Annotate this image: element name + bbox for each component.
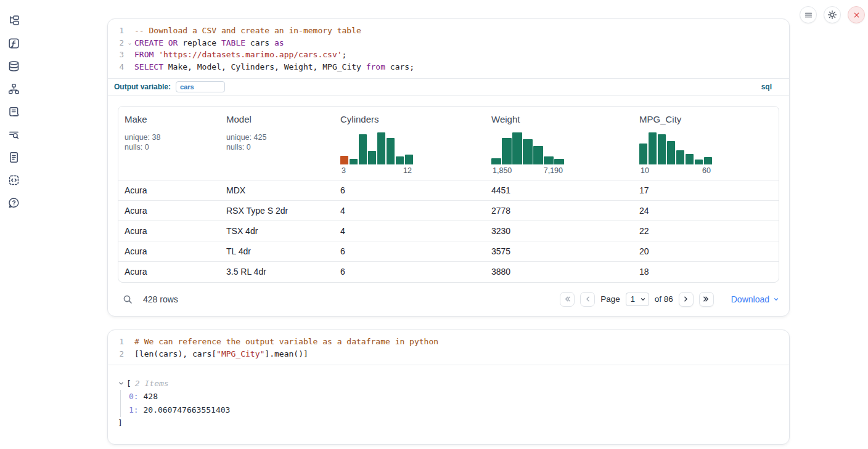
table-cell: 24 <box>633 206 779 216</box>
code-text: # We can reference the output variable a… <box>133 336 438 348</box>
chevron-down-icon[interactable] <box>118 380 125 387</box>
python-cell: 1# We can reference the output variable … <box>107 330 790 445</box>
output-variable-input[interactable] <box>176 81 225 92</box>
column-header-make: Makeunique: 38nulls: 0 <box>118 107 220 180</box>
code-text: [len(cars), cars["MPG_City"].mean()] <box>133 348 308 360</box>
line-number: 2 <box>108 348 126 360</box>
table-cell: MDX <box>220 185 334 195</box>
code-line: 4SELECT Make, Model, Cylinders, Weight, … <box>108 61 789 73</box>
tree-items-count: 2 Items <box>135 379 169 388</box>
table-cell: 2778 <box>485 206 633 216</box>
histogram-bar <box>340 156 348 164</box>
code-token: Make, Model, Cylinders, Weight, MPG_City <box>163 62 366 71</box>
axis-max-label: 7,190 <box>544 166 563 175</box>
histogram-bar <box>695 160 703 164</box>
search-icon[interactable] <box>123 294 133 304</box>
prev-page-button[interactable] <box>580 292 595 307</box>
histogram-bars <box>340 132 413 164</box>
tree-entry-key: 1: <box>129 405 139 415</box>
axis-min-label: 10 <box>641 166 649 175</box>
line-number: 1 <box>108 25 126 37</box>
table-row: AcuraRSX Type S 2dr4277824 <box>118 201 779 221</box>
code-text: SELECT Make, Model, Cylinders, Weight, M… <box>133 61 414 73</box>
table-cell: 3230 <box>485 226 633 236</box>
sidebar-item-variables[interactable] <box>7 37 20 49</box>
histogram-bar <box>544 156 554 164</box>
column-header-mpg_city: MPG_City1060 <box>633 107 779 180</box>
sidebar-item-dependency-graph[interactable] <box>7 83 20 95</box>
histogram-bar <box>649 132 657 164</box>
column-header-cylinders: Cylinders312 <box>334 107 485 180</box>
page-label: Page <box>600 294 620 304</box>
download-button[interactable]: Download <box>731 294 779 304</box>
table-cell: 3880 <box>485 267 633 277</box>
code-token: TABLE <box>221 38 245 47</box>
tree-entry-value: 428 <box>139 392 158 401</box>
column-histogram: 1,8507,190 <box>491 132 564 175</box>
sql-code-editor[interactable]: 1-- Download a CSV and create an in-memo… <box>108 19 789 78</box>
table-cell: Acura <box>118 246 220 256</box>
chevron-right-icon <box>682 295 690 303</box>
histogram-bars <box>639 132 712 164</box>
table-cell: 18 <box>633 267 779 277</box>
python-code-editor[interactable]: 1# We can reference the output variable … <box>108 330 789 365</box>
column-name: Model <box>226 114 252 124</box>
column-stat: nulls: 0 <box>226 142 266 153</box>
sidebar-item-scratchpad[interactable] <box>7 105 20 118</box>
column-name: Make <box>125 114 147 124</box>
help-icon <box>8 197 20 209</box>
code-text: FROM 'https://datasets.marimo.app/cars.c… <box>133 49 346 61</box>
sidebar-item-file-explorer[interactable] <box>7 14 20 26</box>
column-header-weight: Weight1,8507,190 <box>485 107 633 180</box>
notebook-actions <box>800 6 865 23</box>
column-stat: unique: 38 <box>125 132 160 143</box>
output-variable-label: Output variable: <box>114 83 171 91</box>
sidebar-item-logs[interactable] <box>7 128 20 140</box>
column-name: MPG_City <box>639 114 681 124</box>
code-token: # We can reference the output variable a… <box>134 337 438 346</box>
table-cell: 20 <box>633 246 779 256</box>
histogram-bar <box>396 156 404 164</box>
menu-button[interactable] <box>800 6 817 23</box>
code-token: replace <box>178 38 221 47</box>
tree-entry-value: 20.060747663551403 <box>139 405 231 415</box>
notebook: 1-- Download a CSV and create an in-memo… <box>107 0 790 445</box>
settings-button[interactable] <box>824 6 841 23</box>
table-row: AcuraMDX6445117 <box>118 180 779 201</box>
histogram-bars <box>491 132 564 164</box>
code-token: 'https://datasets.marimo.app/cars.csv' <box>158 50 342 59</box>
histogram-axis: 1,8507,190 <box>491 164 564 175</box>
histogram-bar <box>667 141 675 164</box>
output-variable-row: Output variable: sql <box>108 78 789 95</box>
sidebar-item-help[interactable] <box>7 196 20 209</box>
table-cell: Acura <box>118 267 220 277</box>
table-cell: 3.5 RL 4dr <box>220 267 334 277</box>
code-token: as <box>274 38 284 47</box>
hamburger-icon <box>804 10 813 20</box>
fold-chevron-icon[interactable]: ⌄ <box>126 37 133 49</box>
tree-entry-key: 0: <box>129 392 139 401</box>
column-stats: unique: 425nulls: 0 <box>226 132 266 153</box>
histogram-bar <box>502 138 512 164</box>
code-token: CREATE <box>134 38 163 47</box>
code-line: 3FROM 'https://datasets.marimo.app/cars.… <box>108 49 789 61</box>
sidebar-item-data-sources[interactable] <box>7 60 20 72</box>
sql-language-badge[interactable]: sql <box>761 83 772 91</box>
first-page-button[interactable] <box>560 292 575 307</box>
shutdown-button[interactable] <box>848 6 865 23</box>
column-stats: unique: 38nulls: 0 <box>125 132 160 153</box>
histogram-bar <box>491 158 501 164</box>
last-page-button[interactable] <box>699 292 714 307</box>
code-snippet-icon <box>8 174 20 186</box>
output-tree: [2 Items0: 4281: 20.060747663551403] <box>118 376 779 429</box>
sidebar-item-documentation[interactable] <box>7 151 20 163</box>
table-cell: 3575 <box>485 246 633 256</box>
line-number: 1 <box>108 336 126 348</box>
histogram-bar <box>350 159 358 164</box>
page-select[interactable]: 1 <box>626 293 649 306</box>
tree-entry: 0: 428 <box>129 390 779 403</box>
histogram-bar <box>359 134 367 164</box>
sidebar-item-snippets[interactable] <box>7 174 20 186</box>
next-page-button[interactable] <box>679 292 694 307</box>
histogram-bar <box>639 144 647 164</box>
